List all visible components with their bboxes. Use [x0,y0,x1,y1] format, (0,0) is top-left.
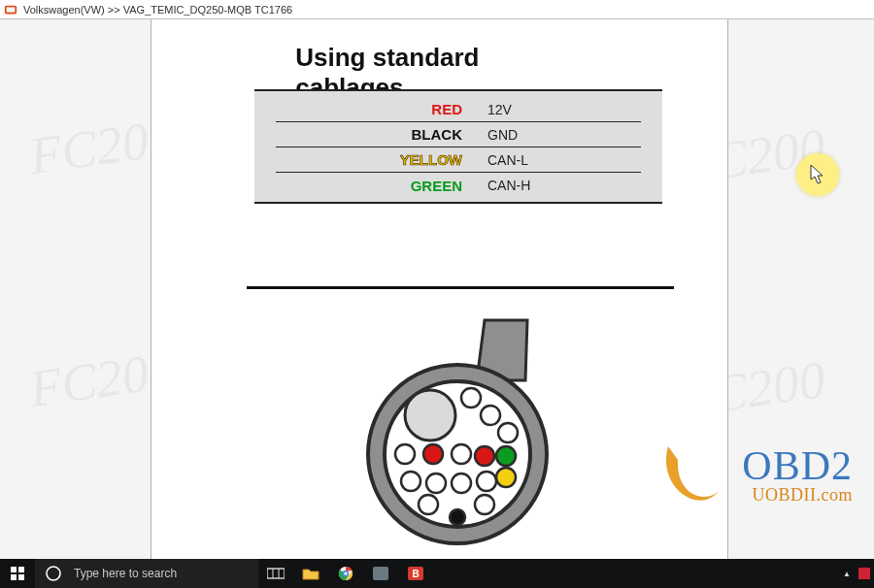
table-row: BLACK GND [276,122,641,147]
svg-text:B: B [412,569,419,579]
task-view-button[interactable] [258,559,293,588]
app-icon [4,3,17,16]
color-label: RED [276,101,480,117]
wiring-table: RED 12V BLACK GND YELLOW CAN-L GREEN CAN… [254,89,662,204]
color-label: YELLOW [276,151,480,168]
svg-point-20 [475,495,494,514]
table-row: RED 12V [276,97,641,122]
brand-watermark: OBD2 UOBDII.com [662,435,853,518]
cursor-icon [810,164,825,185]
table-row: YELLOW CAN-L [276,147,641,173]
svg-rect-36 [858,568,870,579]
app2-button[interactable]: B [398,559,433,588]
svg-point-16 [452,474,471,493]
tray-icon[interactable] [858,568,870,579]
svg-rect-24 [11,574,17,580]
color-label: GREEN [276,178,480,194]
section-divider [247,286,674,289]
color-label: BLACK [276,126,480,143]
svg-point-8 [498,423,518,442]
svg-point-21 [450,509,465,525]
svg-point-15 [426,474,446,493]
svg-point-7 [481,406,500,425]
app1-button[interactable] [363,559,398,588]
svg-point-17 [477,472,496,491]
signal-label: 12V [480,102,641,117]
svg-point-18 [496,468,516,487]
svg-rect-1 [7,7,16,12]
svg-point-9 [395,444,415,464]
svg-rect-33 [373,567,388,580]
svg-point-13 [496,446,516,466]
cursor-highlight [796,153,839,196]
signal-label: CAN-L [480,152,641,168]
taskbar-search[interactable]: Type here to search [35,559,258,588]
svg-rect-23 [18,567,24,572]
connector-diagram [360,318,559,546]
window-titlebar: Volkswagen(VW) >> VAG_TEMIC_DQ250-MQB TC… [0,0,874,19]
svg-point-19 [419,495,438,514]
chrome-button[interactable] [328,559,363,588]
document-page: Using standard cablages RED 12V BLACK GN… [151,19,728,559]
file-explorer-button[interactable] [293,559,328,588]
window-title: Volkswagen(VW) >> VAG_TEMIC_DQ250-MQB TC… [23,4,292,16]
system-tray: ▲ [843,559,874,588]
tray-overflow-button[interactable]: ▲ [843,570,851,578]
cortana-icon [41,561,66,586]
brand-text-top: OBD2 [742,442,853,489]
svg-rect-22 [11,567,17,572]
svg-point-10 [423,444,443,464]
svg-point-32 [344,572,347,574]
start-button[interactable] [0,559,35,588]
signal-label: GND [480,127,641,143]
windows-icon [11,567,24,580]
table-row: GREEN CAN-H [276,173,641,198]
svg-point-6 [461,388,481,408]
svg-point-12 [475,446,494,466]
svg-point-14 [401,472,420,491]
task-icons: B [258,559,433,588]
svg-point-5 [405,390,455,441]
signal-label: CAN-H [480,178,641,193]
brand-text-bottom: UOBDII.com [753,485,853,506]
search-placeholder: Type here to search [74,567,177,580]
svg-rect-25 [18,574,24,580]
svg-point-11 [452,444,471,464]
svg-point-26 [47,567,60,580]
taskbar: Type here to search B ▲ [0,559,874,588]
svg-rect-27 [267,569,285,578]
document-viewport: FC200 FC200 FC200 FC200 FC200 FC200 Usin… [0,19,874,559]
